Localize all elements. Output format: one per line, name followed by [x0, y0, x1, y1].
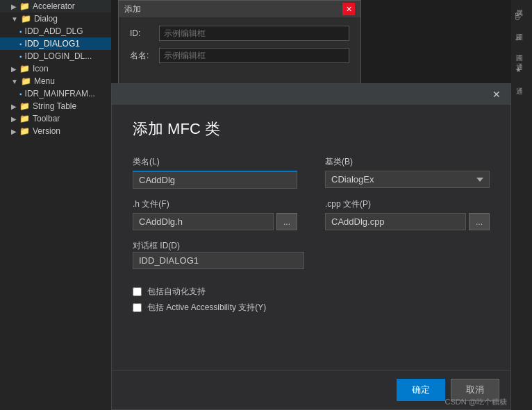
automation-checkbox-row[interactable]: 包括自动化支持	[133, 286, 490, 298]
form-row-files: .h 文件(F) ... .cpp 文件(P) ...	[133, 198, 490, 230]
arrow-icon: ▶	[11, 103, 17, 110]
name-input[interactable]	[159, 48, 349, 63]
class-name-label: 类名(L)	[133, 156, 297, 168]
sidebar-item-version[interactable]: ▶ 📁 Version	[0, 125, 111, 137]
folder-icon: 📁	[19, 1, 30, 11]
dialog-close-button[interactable]: ✕	[488, 86, 505, 103]
sidebar-item-label: Dialog	[34, 14, 58, 24]
automation-checkbox[interactable]	[133, 287, 142, 296]
rp-item-3[interactable]: 4	[511, 33, 524, 45]
h-file-browse-button[interactable]: ...	[276, 213, 297, 230]
small-dialog-row-id: ID:	[130, 26, 349, 41]
h-file-col: .h 文件(F) ...	[133, 198, 297, 230]
arrow-icon: ▶	[11, 115, 17, 123]
h-file-input[interactable]	[133, 213, 274, 230]
dialog-id-input[interactable]	[133, 252, 304, 269]
confirm-button[interactable]: 确定	[397, 379, 445, 401]
checkboxes-section: 包括自动化支持 包括 Active Accessibility 支持(Y)	[133, 286, 490, 318]
sidebar-item-accelerator[interactable]: ▶ 📁 Accelerator	[0, 0, 111, 12]
sidebar-item-menu[interactable]: ▼ 📁 Menu	[0, 75, 111, 87]
cpp-file-browse-button[interactable]: ...	[469, 213, 490, 230]
dialog-title: 添加 MFC 类	[133, 119, 490, 139]
folder-icon: 📁	[21, 76, 31, 86]
sidebar-item-label: IDD_DIALOG1	[25, 39, 80, 49]
sidebar-item-string-table[interactable]: ▶ 📁 String Table	[0, 100, 111, 112]
sidebar-item-label: Accelerator	[33, 1, 75, 11]
main-dialog-titlebar: ✕	[112, 84, 510, 105]
sidebar-item-idd-add-dlg[interactable]: ▪ IDD_ADD_DLG	[0, 25, 111, 37]
sidebar-item-label: Toolbar	[33, 114, 60, 123]
rp-item-1[interactable]: ab	[511, 8, 524, 24]
arrow-icon: ▼	[11, 15, 18, 23]
small-dialog-title: 添加	[124, 3, 141, 15]
file-icon: ▪	[19, 28, 22, 35]
dialog-id-group: 对话框 ID(D)	[133, 240, 304, 269]
file-icon: ▪	[19, 53, 22, 60]
arrow-icon: ▶	[11, 65, 17, 73]
sidebar-item-label: IDD_LOGIN_DL...	[25, 51, 92, 61]
automation-label: 包括自动化支持	[147, 286, 206, 298]
rp-item-7[interactable]: 通	[511, 78, 526, 86]
rp-item-0[interactable]: 属	[511, 0, 526, 8]
name-label: 名名:	[130, 50, 151, 62]
rp-item-5[interactable]: 通	[511, 53, 526, 62]
sidebar-item-idd-login[interactable]: ▪ IDD_LOGIN_DL...	[0, 50, 111, 62]
cpp-file-input[interactable]	[325, 213, 466, 230]
sidebar-item-icon[interactable]: ▶ 📁 Icon	[0, 62, 111, 75]
arrow-icon: ▶	[11, 3, 17, 10]
sidebar-item-label: String Table	[33, 101, 76, 111]
file-icon: ▪	[19, 90, 22, 98]
sidebar-item-label: Icon	[33, 64, 49, 74]
folder-icon: 📁	[19, 101, 30, 111]
main-dialog-body: 添加 MFC 类 类名(L) 基类(B) CDialogEx CDialog C…	[112, 105, 510, 332]
sidebar-item-label: IDR_MAINFRAM...	[25, 89, 95, 99]
arrow-icon: ▶	[11, 128, 17, 135]
folder-icon: 📁	[19, 126, 30, 136]
small-dialog-row-name: 名名:	[130, 48, 349, 63]
folder-icon: 📁	[19, 114, 30, 123]
cpp-file-input-group: ...	[325, 213, 490, 230]
class-name-col: 类名(L)	[133, 156, 297, 189]
main-mfc-dialog: ✕ 添加 MFC 类 类名(L) 基类(B) CDialogEx CDialog…	[111, 83, 511, 410]
sidebar-item-dialog[interactable]: ▼ 📁 Dialog	[0, 12, 111, 25]
small-add-dialog: 添加 ✕ ID: 名名:	[118, 0, 361, 90]
sidebar-item-idd-dialog1[interactable]: ▪ IDD_DIALOG1	[0, 37, 111, 50]
watermark: CSDN @吃个糖糖	[445, 397, 507, 407]
sidebar: ▶ 📁 Accelerator ▼ 📁 Dialog ▪ IDD_ADD_DLG…	[0, 0, 111, 410]
sidebar-item-label: Menu	[34, 76, 55, 86]
id-label: ID:	[130, 28, 151, 38]
small-dialog-close-button[interactable]: ✕	[342, 3, 355, 15]
h-file-input-group: ...	[133, 213, 297, 230]
file-icon: ▪	[19, 40, 22, 48]
rp-item-4[interactable]: 圃	[511, 45, 526, 53]
folder-icon: 📁	[19, 64, 30, 74]
h-file-label: .h 文件(F)	[133, 198, 297, 210]
accessibility-checkbox-row[interactable]: 包括 Active Accessibility 支持(Y)	[133, 302, 490, 314]
rp-item-6[interactable]: ★	[511, 62, 524, 78]
sidebar-item-toolbar[interactable]: ▶ 📁 Toolbar	[0, 112, 111, 125]
id-input[interactable]	[159, 26, 349, 41]
sidebar-item-label: Version	[33, 126, 60, 136]
rp-item-2[interactable]: 圃	[511, 24, 526, 33]
dialog-id-label: 对话框 ID(D)	[133, 241, 180, 250]
small-dialog-titlebar: 添加 ✕	[119, 1, 360, 17]
sidebar-item-label: IDD_ADD_DLG	[25, 26, 83, 36]
base-class-label: 基类(B)	[325, 156, 490, 168]
accessibility-label: 包括 Active Accessibility 支持(Y)	[147, 302, 266, 314]
accessibility-checkbox[interactable]	[133, 303, 142, 312]
base-class-col: 基类(B) CDialogEx CDialog CFormView CPrope…	[325, 156, 490, 189]
small-dialog-body: ID: 名名:	[119, 17, 360, 71]
class-name-input[interactable]	[133, 171, 297, 189]
right-panel: 属 ab 圃 4 圃 通 ★ 通	[511, 0, 532, 410]
form-row-class: 类名(L) 基类(B) CDialogEx CDialog CFormView …	[133, 156, 490, 189]
folder-icon: 📁	[21, 14, 31, 24]
cpp-file-col: .cpp 文件(P) ...	[325, 198, 490, 230]
arrow-icon: ▼	[11, 78, 18, 85]
sidebar-item-idr-mainframe[interactable]: ▪ IDR_MAINFRAM...	[0, 87, 111, 100]
cpp-file-label: .cpp 文件(P)	[325, 198, 490, 210]
base-class-select[interactable]: CDialogEx CDialog CFormView CPropertyPag…	[325, 171, 490, 188]
